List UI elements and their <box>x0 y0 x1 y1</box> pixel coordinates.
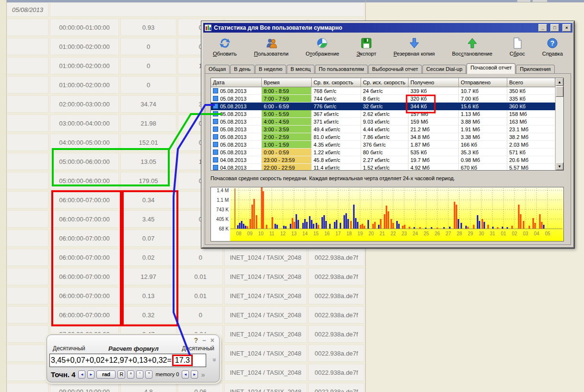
avg-in-speed-cell: 11.4 кбит/с <box>312 164 361 170</box>
table-row[interactable]: 05.08.2013 6:00 - 6:59 776 бит/с 32 бит/… <box>211 103 555 110</box>
time-cell: 23:00 - 23:59 <box>262 156 312 164</box>
left-mode-label[interactable]: Десятичный <box>53 345 85 352</box>
tab[interactable]: Выборочный отчет <box>368 65 422 74</box>
svg-text:10: 10 <box>258 231 264 236</box>
expand-chevron-icon[interactable]: » <box>211 358 219 362</box>
svg-text:17: 17 <box>335 231 341 236</box>
mac-address-cell: 0022.938a.de7f <box>308 345 364 362</box>
column-header[interactable]: Ср. исх. скорость <box>361 78 409 87</box>
tab[interactable]: Приложения <box>516 65 554 74</box>
column-header[interactable]: Время <box>262 78 312 87</box>
table-row[interactable]: 05.08.2013 1:00 - 1:59 4.35 кбит/с 376 б… <box>211 141 555 149</box>
right-mode-label[interactable]: Десятичный <box>182 345 214 352</box>
minimize-button[interactable]: _ <box>538 24 547 32</box>
memory-right-arrow[interactable]: ► <box>191 370 198 379</box>
tab[interactable]: В месяц <box>287 65 315 74</box>
tab[interactable]: В день <box>230 65 255 74</box>
app-icon <box>205 24 211 31</box>
degrees-button[interactable]: ° <box>127 370 134 379</box>
seconds-button[interactable]: '' <box>145 370 152 379</box>
svg-text:21: 21 <box>379 231 385 236</box>
svg-text:29: 29 <box>467 231 473 236</box>
scroll-up-arrow-icon[interactable]: ▲ <box>556 78 563 86</box>
rad-button[interactable]: rad <box>96 370 116 379</box>
row-marker-icon <box>213 88 218 93</box>
backup-button[interactable]: Резервная копия <box>392 36 437 57</box>
svg-text:02: 02 <box>512 231 517 236</box>
vertical-scrollbar[interactable]: ▲ ▼ <box>555 78 563 170</box>
svg-text:28: 28 <box>456 231 462 236</box>
tariff-plan-cell: INET_1024 / TASIX_2048 <box>224 287 307 304</box>
tab[interactable]: Сессии Dial-up <box>422 65 466 74</box>
minutes-button[interactable]: ' <box>136 370 143 379</box>
refresh-button[interactable]: Обновить <box>211 36 239 57</box>
tab[interactable]: Общая <box>205 65 230 74</box>
export-button[interactable]: Экспорт <box>354 36 378 57</box>
scrollbar-thumb[interactable] <box>556 86 563 97</box>
export-icon <box>360 37 373 49</box>
tab[interactable]: Почасовой отчет <box>467 63 515 74</box>
precision-right-arrow[interactable]: ► <box>87 370 94 379</box>
table-row[interactable]: 05.08.2013 8:00 - 8:59 768 бит/с 24 бит/… <box>211 87 555 95</box>
table-row[interactable]: 05.08.2013 0:00 - 0:59 1.22 кбит/с 80 би… <box>211 149 555 156</box>
empty-cell <box>7 287 48 304</box>
calc-close-icon[interactable]: × <box>210 336 214 344</box>
restore-button[interactable]: Восстановление <box>450 36 494 57</box>
avg-in-speed-cell: 4.35 кбит/с <box>312 141 361 149</box>
tab[interactable]: В неделю <box>255 65 286 74</box>
reset-page-icon <box>511 37 524 49</box>
help-button[interactable]: ? Справка <box>540 36 565 57</box>
button-label: Восстановление <box>452 51 492 57</box>
time-range-cell: 06:00:00-07:00:00 <box>50 306 119 323</box>
window-titlebar[interactable]: Статистика для Все пользователи суммарно… <box>203 23 572 33</box>
sent-cell: 15.6 Кб <box>459 103 507 110</box>
row-marker-icon <box>213 127 218 132</box>
close-button[interactable]: × <box>562 24 571 32</box>
users-button[interactable]: Пользователи <box>252 36 291 57</box>
time-cell: 6:00 - 6:59 <box>262 103 312 110</box>
table-row[interactable]: 04.08.2013 22:00 - 22:59 11.4 кбит/с 1.5… <box>211 164 555 170</box>
column-header[interactable]: Дата <box>211 78 262 87</box>
table-row[interactable]: 05.08.2013 4:00 - 4:59 371 кбит/с 9.03 к… <box>211 118 555 126</box>
svg-text:04: 04 <box>534 231 539 236</box>
table-row[interactable]: 05.08.2013 2:00 - 2:59 81.0 кбит/с 7.86 … <box>211 133 555 141</box>
row-marker-icon <box>213 111 218 116</box>
total-cell: 335 Кб <box>507 95 555 103</box>
time-cell: 5:00 - 5:59 <box>262 110 312 118</box>
table-row[interactable]: 05.08.2013 7:00 - 7:59 744 бит/с 8 бит/с… <box>211 95 555 103</box>
column-header[interactable]: Получено <box>409 78 459 87</box>
scroll-down-arrow-icon[interactable]: ▼ <box>556 162 563 170</box>
sent-cell: 1.91 Мб <box>459 126 507 133</box>
reset-button[interactable]: Сброс <box>508 36 527 57</box>
column-header[interactable]: Ср. вх. скорость <box>312 78 361 87</box>
calc-help-icon[interactable]: ? <box>194 336 198 344</box>
value-cell: 13.05 <box>120 153 176 170</box>
precision-left-arrow[interactable]: ◄ <box>78 370 85 379</box>
table-row[interactable]: 05.08.2013 3:00 - 3:59 49.4 кбит/с 4.44 … <box>211 126 555 133</box>
formula-input[interactable]: 3,45+0,07+0,02+12,97+0,13+0,32=17.3 <box>49 354 206 367</box>
table-row[interactable]: 05.08.2013 5:00 - 5:59 367 кбит/с 2.62 к… <box>211 110 555 118</box>
column-header[interactable]: Отправлено <box>459 78 507 87</box>
date-cell: 05.08.2013 <box>211 95 262 103</box>
display-button[interactable]: Отображение <box>304 36 341 57</box>
more-chevron-icon[interactable]: » <box>201 370 205 379</box>
date-cell: 05.08.2013 <box>211 141 262 149</box>
value-cell: 0 <box>178 306 223 323</box>
button-label: Обновить <box>213 51 237 57</box>
value-cell: 179.05 <box>120 172 176 189</box>
calc-minimize-icon[interactable]: – <box>202 336 206 344</box>
column-header[interactable]: Всего <box>507 78 555 87</box>
time-range-cell: 01:00:00-02:00:00 <box>50 38 119 55</box>
maximize-button[interactable]: □ <box>550 24 559 32</box>
r-button[interactable]: R <box>117 370 125 379</box>
tab[interactable]: По пользователям <box>315 65 368 74</box>
memory-left-arrow[interactable]: ◄ <box>182 370 189 379</box>
value-cell: 21.98 <box>120 115 176 132</box>
sent-cell: 3.38 Мб <box>459 133 507 141</box>
avg-in-speed-cell: 744 бит/с <box>312 95 361 103</box>
svg-text:01: 01 <box>501 231 506 236</box>
table-row[interactable]: 04.08.2013 23:00 - 23:59 45.8 кбит/с 2.2… <box>211 156 555 164</box>
time-cell: 1:00 - 1:59 <box>262 141 312 149</box>
value-cell: 3.45 <box>120 210 176 228</box>
tab-bar: Общая В день В неделю В месяц По пользов… <box>205 64 571 74</box>
